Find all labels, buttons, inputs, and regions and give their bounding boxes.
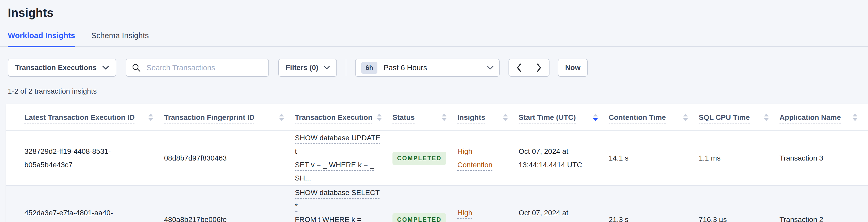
insight-link[interactable]: High Contention (457, 209, 492, 222)
insight-type-label: Transaction Executions (15, 64, 97, 72)
column-header-application-name[interactable]: Application Name (779, 104, 868, 131)
sort-icon (853, 114, 857, 121)
insights-table-card: Latest Transaction Execution IDTransacti… (6, 104, 868, 222)
cell: High Contention (457, 185, 518, 222)
sort-icon (593, 114, 598, 121)
cell: COMPLETED (392, 185, 457, 222)
column-label: SQL CPU Time (699, 113, 750, 122)
filters-dropdown[interactable]: Filters (0) (278, 59, 337, 77)
toolbar: Transaction Executions Filters (0) 6h Pa… (8, 59, 868, 77)
column-label: Start Time (UTC) (519, 113, 576, 122)
sort-icon (149, 114, 153, 121)
time-range-badge: 6h (361, 62, 377, 74)
filters-label: Filters (0) (285, 64, 318, 72)
column-label: Transaction Fingerprint ID (164, 113, 254, 122)
cell: SHOW database UPDATE t SET v = _ WHERE k… (294, 131, 392, 185)
chevron-right-icon (537, 63, 541, 72)
cell-application-name: Transaction 3 (779, 154, 824, 162)
status-badge: COMPLETED (393, 152, 446, 165)
column-label: Insights (457, 113, 485, 122)
chevron-down-icon (487, 66, 493, 70)
time-window-pager (508, 59, 550, 77)
cell: Oct 07, 2024 at 13:44:14.4414 UTC (518, 131, 609, 185)
cell: 716.3 µs (699, 185, 779, 222)
column-header-transaction-fingerprint-id[interactable]: Transaction Fingerprint ID (164, 104, 294, 131)
column-header-status[interactable]: Status (392, 104, 457, 131)
results-summary: 1-2 of 2 transaction insights (8, 87, 868, 95)
cell-sql-cpu-time: 1.1 ms (699, 154, 720, 162)
sort-icon (764, 114, 769, 121)
cell-sql-cpu-time: 716.3 µs (699, 216, 727, 222)
insight-link[interactable]: High Contention (457, 147, 492, 169)
time-range-label: Past 6 Hours (384, 64, 481, 72)
column-header-transaction-execution[interactable]: Transaction Execution (294, 104, 392, 131)
cell: Transaction 2 (779, 185, 868, 222)
chevron-left-icon (517, 63, 521, 72)
cell: 1.1 ms (699, 131, 779, 185)
transaction-insights-table: Latest Transaction Execution IDTransacti… (6, 104, 868, 222)
cell-contention-time: 14.1 s (609, 154, 628, 162)
cell-start-time: Oct 07, 2024 at 13:44:07.447 UTC (519, 209, 578, 222)
column-label: Application Name (779, 113, 841, 122)
cell: High Contention (457, 131, 518, 185)
column-header-sql-cpu-time[interactable]: SQL CPU Time (699, 104, 779, 131)
cell: 328729d2-ff19-4408-8531- b05a5b4e43c7 (6, 131, 164, 185)
column-label: Transaction Execution (295, 113, 372, 122)
sort-icon (683, 114, 688, 121)
now-button[interactable]: Now (558, 59, 588, 77)
cell-execution-id: 328729d2-ff19-4408-8531- b05a5b4e43c7 (24, 147, 111, 169)
column-header-latest-transaction-execution-id[interactable]: Latest Transaction Execution ID (6, 104, 164, 131)
tab-bar: Workload Insights Schema Insights (0, 31, 868, 47)
cell-start-time: Oct 07, 2024 at 13:44:14.4414 UTC (519, 147, 582, 169)
column-header-contention-time[interactable]: Contention Time (609, 104, 699, 131)
tab-schema-insights[interactable]: Schema Insights (91, 31, 149, 47)
column-label: Status (393, 113, 415, 122)
cell: 14.1 s (609, 131, 699, 185)
cell-contention-time: 21.3 s (609, 216, 628, 222)
sort-icon (377, 114, 381, 121)
cell: 480a8b217be006fe (164, 185, 294, 222)
time-prev-button[interactable] (508, 59, 529, 77)
search-box (126, 59, 269, 77)
cell-execution-id: 452da3e7-e7fa-4801-aa40- c59988d14eb6 (24, 209, 113, 222)
cell: 21.3 s (609, 185, 699, 222)
sort-icon (279, 114, 284, 121)
cell: 452da3e7-e7fa-4801-aa40- c59988d14eb6 (6, 185, 164, 222)
cell-fingerprint-id: 480a8b217be006fe (164, 216, 227, 222)
status-badge: COMPLETED (393, 213, 446, 222)
sort-icon (503, 114, 508, 121)
chevron-down-icon (324, 66, 330, 69)
cell: Transaction 3 (779, 131, 868, 185)
column-header-start-time-utc[interactable]: Start Time (UTC) (518, 104, 609, 131)
chevron-down-icon (102, 66, 109, 70)
transaction-execution-link[interactable]: SHOW database UPDATE t SET v = _ WHERE k… (295, 134, 380, 182)
table-row: 452da3e7-e7fa-4801-aa40- c59988d14eb6480… (6, 185, 868, 222)
table-row: 328729d2-ff19-4408-8531- b05a5b4e43c708d… (6, 131, 868, 185)
insight-type-dropdown[interactable]: Transaction Executions (8, 59, 116, 77)
toolbar-divider (346, 59, 346, 76)
time-next-button[interactable] (529, 59, 550, 77)
cell-application-name: Transaction 2 (779, 216, 824, 222)
column-label: Contention Time (609, 113, 666, 122)
cell: SHOW database SELECT * FROM t WHERE k = … (294, 185, 392, 222)
column-label: Latest Transaction Execution ID (24, 113, 135, 122)
transaction-execution-link[interactable]: SHOW database SELECT * FROM t WHERE k = … (295, 189, 380, 222)
search-input[interactable] (146, 63, 263, 72)
sort-icon (442, 114, 446, 121)
search-icon (132, 63, 141, 72)
cell: 08d8b7d97f830463 (164, 131, 294, 185)
cell: Oct 07, 2024 at 13:44:07.447 UTC (518, 185, 609, 222)
page-title: Insights (8, 6, 868, 20)
tab-workload-insights[interactable]: Workload Insights (8, 31, 75, 47)
cell-fingerprint-id: 08d8b7d97f830463 (164, 154, 227, 162)
table-header-row: Latest Transaction Execution IDTransacti… (6, 104, 868, 131)
cell: COMPLETED (392, 131, 457, 185)
time-range-picker[interactable]: 6h Past 6 Hours (355, 59, 500, 77)
column-header-insights[interactable]: Insights (457, 104, 518, 131)
